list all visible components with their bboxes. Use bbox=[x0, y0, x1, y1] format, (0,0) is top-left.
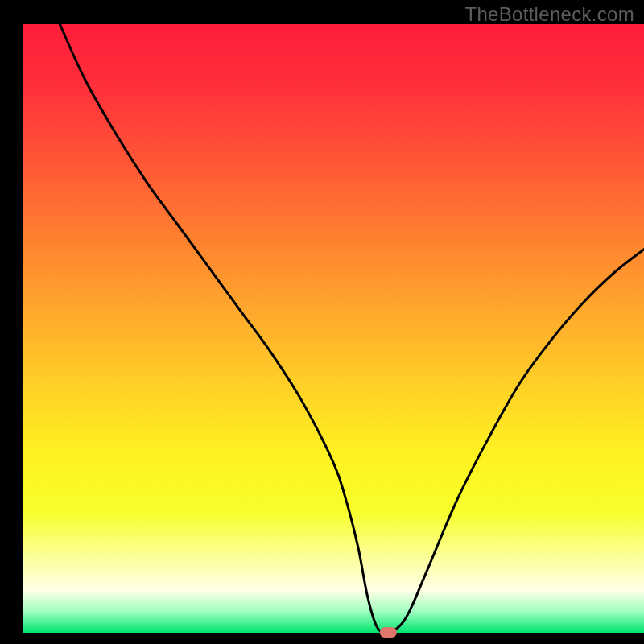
plot-background bbox=[23, 24, 644, 633]
bottleneck-chart bbox=[0, 0, 644, 644]
watermark-text: TheBottleneck.com bbox=[464, 3, 634, 26]
optimal-notch-marker bbox=[380, 627, 397, 638]
chart-frame: TheBottleneck.com bbox=[0, 0, 644, 644]
